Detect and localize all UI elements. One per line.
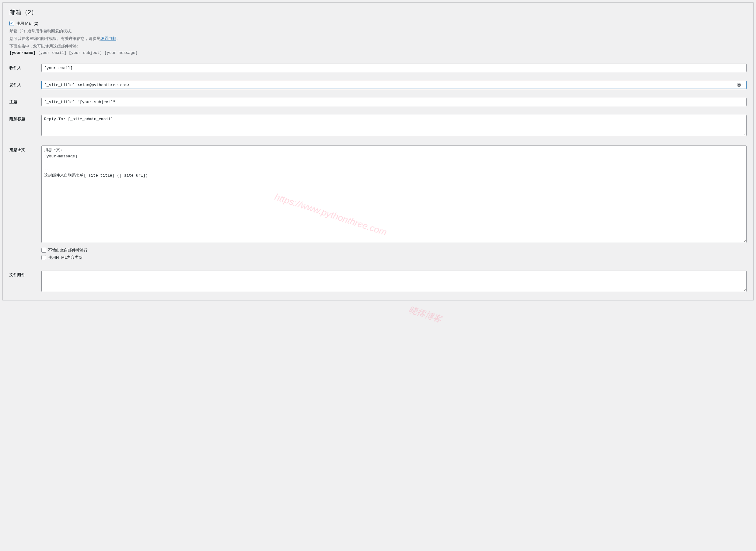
label-exclude-blank[interactable]: 不输出空白邮件标签行 [48, 247, 88, 253]
desc-prefix: 您可以在这里编辑邮件模板。有关详细信息，请参见 [9, 36, 100, 41]
desc-suffix: 。 [116, 36, 120, 41]
label-sender: 发件人 [9, 81, 41, 88]
desc-autoresponse: 邮箱（2）通常用作自动回复的模板。 [9, 28, 747, 34]
tags-rest: [your-email] [your-subject] [your-messag… [36, 51, 138, 55]
checkbox-use-html[interactable] [41, 255, 46, 260]
setup-email-link[interactable]: 设置电邮 [100, 36, 116, 41]
tag-your-name: [your-name] [9, 51, 36, 55]
row-exclude-blank: 不输出空白邮件标签行 [41, 247, 747, 253]
label-use-html[interactable]: 使用HTML内容类型 [48, 255, 82, 260]
label-attachments: 文件附件 [9, 270, 41, 278]
section-title: 邮箱（2） [9, 8, 747, 16]
row-recipient: 收件人 [9, 64, 747, 72]
label-subject: 主题 [9, 98, 41, 105]
label-recipient: 收件人 [9, 64, 41, 71]
label-additional-headers: 附加标题 [9, 115, 41, 122]
label-message-body: 消息正文 [9, 145, 41, 152]
use-mail2-label[interactable]: 使用 Mail (2) [16, 21, 38, 26]
textarea-attachments[interactable] [41, 270, 747, 292]
use-mail2-row: 使用 Mail (2) [9, 21, 747, 26]
input-sender[interactable] [41, 81, 747, 89]
textarea-message-body[interactable] [41, 145, 747, 243]
row-message-body: 消息正文 不输出空白邮件标签行 使用HTML内容类型 [9, 145, 747, 262]
row-additional-headers: 附加标题 [9, 115, 747, 137]
input-recipient[interactable] [41, 64, 747, 72]
row-attachments: 文件附件 [9, 270, 747, 293]
mail-tags: [your-name] [your-email] [your-subject] … [9, 51, 747, 55]
textarea-additional-headers[interactable] [41, 115, 747, 136]
input-subject[interactable] [41, 98, 747, 106]
row-sender: 发件人 [9, 81, 747, 89]
mail2-section: 邮箱（2） 使用 Mail (2) 邮箱（2）通常用作自动回复的模板。 您可以在… [2, 2, 754, 301]
row-use-html: 使用HTML内容类型 [41, 255, 747, 260]
row-subject: 主题 [9, 98, 747, 106]
checkbox-exclude-blank[interactable] [41, 248, 46, 253]
desc-edit-template: 您可以在这里编辑邮件模板。有关详细信息，请参见设置电邮。 [9, 36, 747, 42]
use-mail2-checkbox[interactable] [9, 21, 14, 26]
tags-prefix-line: 下面空格中，您可以使用这些邮件标签: [9, 43, 747, 50]
